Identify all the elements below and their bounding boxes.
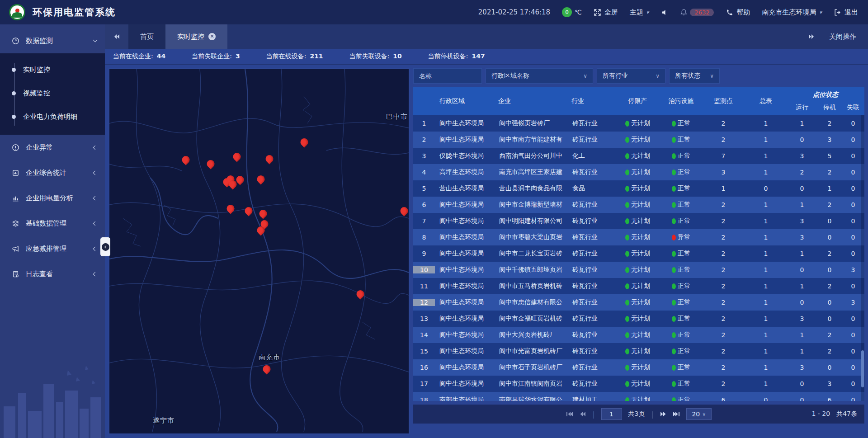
logout-button[interactable]: 退出 — [834, 8, 858, 17]
status-dot-green — [625, 186, 629, 192]
cell-running: 0 — [788, 299, 816, 306]
cell-facility-status: 正常 — [660, 282, 703, 290]
table-row[interactable]: 17阆中生态环境局阆中市江南镇阆南页岩砖瓦行业无计划正常21030 — [413, 376, 864, 392]
table-row[interactable]: 18南部生态环境局南部县瑞华水泥有限公建材加工无计划正常60060 — [413, 392, 864, 401]
cell-limit-status: 无计划 — [616, 136, 660, 144]
sidebar-collapse-button[interactable] — [100, 237, 110, 256]
notification-bell[interactable]: 2632 — [680, 9, 714, 16]
first-page-icon — [566, 411, 573, 417]
page-size-select[interactable]: 20∨ — [686, 408, 712, 420]
cell-limit-status: 无计划 — [616, 282, 660, 290]
cell-total-meters: 0 — [744, 185, 788, 192]
cell-monitor-points: 2 — [703, 331, 744, 339]
cell-company: 南充市高坪区王家店建 — [494, 168, 567, 176]
first-page-button[interactable] — [566, 411, 573, 417]
sidebar-item-video-monitoring[interactable]: 视频监控 — [0, 81, 105, 105]
top-header: 环保用电监管系统 2021-02-25 17:46:18 0 ℃ 全屏 主题 ▾… — [0, 0, 868, 24]
tab-close-icon[interactable]: ✕ — [208, 33, 216, 40]
tab-realtime-monitoring[interactable]: 实时监控 ✕ — [165, 24, 227, 49]
theme-menu[interactable]: 主题 ▾ — [630, 8, 649, 17]
table-row[interactable]: 7阆中生态环境局阆中明阳建材有限公司砖瓦行业无计划正常21300 — [413, 213, 864, 229]
tab-home[interactable]: 首页 — [128, 24, 165, 49]
cell-limit-status: 无计划 — [616, 168, 660, 176]
cell-stopped: 2 — [816, 250, 843, 257]
table-row[interactable]: 3仪陇生态环境局西南油气田分公司川中化工无计划正常71350 — [413, 148, 864, 164]
table-row[interactable]: 2阆中生态环境局阆中市南方节能建材有砖瓦行业无计划正常21030 — [413, 132, 864, 148]
cell-region: 高坪生态环境局 — [435, 168, 494, 176]
next-page-button[interactable] — [660, 411, 666, 417]
help-button[interactable]: 帮助 — [726, 8, 750, 17]
cell-stopped: 6 — [816, 396, 843, 401]
cell-running: 0 — [788, 380, 816, 387]
cell-limit-status: 无计划 — [616, 363, 660, 372]
total-count-label: 共47条 — [836, 410, 857, 418]
cell-company: 阆中市枣碧大梁山页岩 — [494, 233, 567, 241]
sidebar-item-base-data-management[interactable]: 基础数据管理 — [0, 211, 105, 236]
cell-monitor-points: 2 — [703, 266, 744, 273]
table-row[interactable]: 12阆中生态环境局阆中市忠信建材有限公砖瓦行业无计划正常21003 — [413, 294, 864, 311]
table-row[interactable]: 15阆中生态环境局阆中市光富页岩机砖厂砖瓦行业无计划正常21120 — [413, 343, 864, 359]
name-filter-input[interactable] — [413, 68, 482, 84]
cell-company: 阆中大兴页岩机砖厂 — [494, 331, 567, 339]
prev-page-button[interactable] — [580, 411, 586, 417]
last-page-button[interactable] — [673, 411, 680, 417]
cell-industry: 砖瓦行业 — [567, 168, 616, 176]
status-dot-green — [672, 381, 676, 387]
map-panel[interactable]: 巴中市南充市遂宁市 — [108, 68, 410, 434]
cell-total-meters: 1 — [744, 201, 788, 208]
cell-region: 阆中生态环境局 — [435, 282, 494, 290]
mute-button[interactable] — [660, 9, 668, 16]
cell-industry: 砖瓦行业 — [567, 298, 616, 306]
industry-filter-select[interactable]: 所有行业∨ — [597, 68, 665, 84]
table-row[interactable]: 9阆中生态环境局阆中市二龙长宝页岩砖砖瓦行业无计划正常21120 — [413, 245, 864, 262]
table-row[interactable]: 14阆中生态环境局阆中大兴页岩机砖厂砖瓦行业无计划正常21120 — [413, 327, 864, 343]
cell-limit-status: 无计划 — [616, 217, 660, 225]
table-row[interactable]: 10阆中生态环境局阆中千佛镇五郎垭页岩砖瓦行业无计划正常21003 — [413, 262, 864, 278]
tabs-scroll-left-button[interactable] — [105, 24, 128, 49]
table-row[interactable]: 1阆中生态环境局阆中强锐页岩砖厂砖瓦行业无计划正常21120 — [413, 115, 864, 132]
sidebar-subitem-label: 视频监控 — [23, 89, 50, 98]
table-row[interactable]: 11阆中生态环境局阆中市五马桥页岩机砖砖瓦行业无计划正常21120 — [413, 278, 864, 294]
temperature-badge: 0 — [562, 7, 572, 17]
page-number-input[interactable]: 1 — [601, 408, 622, 420]
sidebar-item-enterprise-abnormal[interactable]: 企业异常 — [0, 135, 105, 160]
user-menu[interactable]: 南充市生态环境局 ▾ — [762, 8, 822, 17]
table-row[interactable]: 6阆中生态环境局阆中市金博瑞新型墙材砖瓦行业无计划正常21120 — [413, 197, 864, 213]
sidebar-item-log-view[interactable]: 日志查看 — [0, 261, 105, 287]
status-dot-red — [672, 235, 676, 240]
column-header-running: 运行 — [788, 104, 816, 112]
cell-region: 阆中生态环境局 — [435, 315, 494, 323]
cell-monitor-points: 2 — [703, 315, 744, 322]
region-filter-select[interactable]: 行政区域名称∨ — [486, 68, 593, 84]
cell-region: 阆中生态环境局 — [435, 233, 494, 241]
tabs-scroll-right-button[interactable] — [809, 34, 814, 39]
cell-facility-status: 正常 — [660, 315, 703, 323]
table-row[interactable]: 8阆中生态环境局阆中市枣碧大梁山页岩砖瓦行业无计划异常21300 — [413, 229, 864, 245]
table-row[interactable]: 5营山生态环境局营山县润丰肉食品有限食品无计划正常10010 — [413, 180, 864, 197]
sidebar-item-enterprise-statistics[interactable]: 企业综合统计 — [0, 160, 105, 185]
cell-index: 9 — [413, 250, 435, 257]
status-filter-select[interactable]: 所有状态∨ — [669, 68, 720, 84]
sidebar-item-power-usage-analysis[interactable]: 企业用电量分析 — [0, 185, 105, 211]
cell-company: 西南油气田分公司川中 — [494, 152, 567, 160]
cell-limit-status: 无计划 — [616, 298, 660, 306]
cell-total-meters: 1 — [744, 217, 788, 225]
sidebar-item-emergency-reduction[interactable]: 应急减排管理 — [0, 236, 105, 261]
close-operations-button[interactable]: 关闭操作 — [829, 33, 856, 41]
cell-facility-status: 正常 — [660, 184, 703, 193]
table-scrollbar[interactable] — [861, 115, 864, 401]
bar-chart-icon — [12, 194, 19, 202]
cell-company: 营山县润丰肉食品有限 — [494, 184, 567, 193]
sidebar-item-power-load-detail[interactable]: 企业电力负荷明细 — [0, 105, 105, 128]
table-row[interactable]: 13阆中生态环境局阆中市金福旺页岩机砖砖瓦行业无计划正常21300 — [413, 311, 864, 327]
datetime: 2021-02-25 17:46:18 — [478, 8, 550, 16]
fullscreen-button[interactable]: 全屏 — [594, 8, 618, 17]
scrollbar-thumb[interactable] — [861, 350, 864, 387]
sidebar-item-realtime-monitoring[interactable]: 实时监控 — [0, 58, 105, 81]
sidebar-item-data-monitoring[interactable]: 数据监测 — [0, 28, 105, 53]
cell-index: 11 — [413, 283, 435, 290]
cell-running: 1 — [788, 348, 816, 355]
table-row[interactable]: 16阆中生态环境局阆中市石子页岩机砖厂砖瓦行业无计划正常21300 — [413, 359, 864, 376]
table-row[interactable]: 4高坪生态环境局南充市高坪区王家店建砖瓦行业无计划正常31220 — [413, 164, 864, 180]
industry-filter-value: 所有行业 — [603, 72, 628, 80]
